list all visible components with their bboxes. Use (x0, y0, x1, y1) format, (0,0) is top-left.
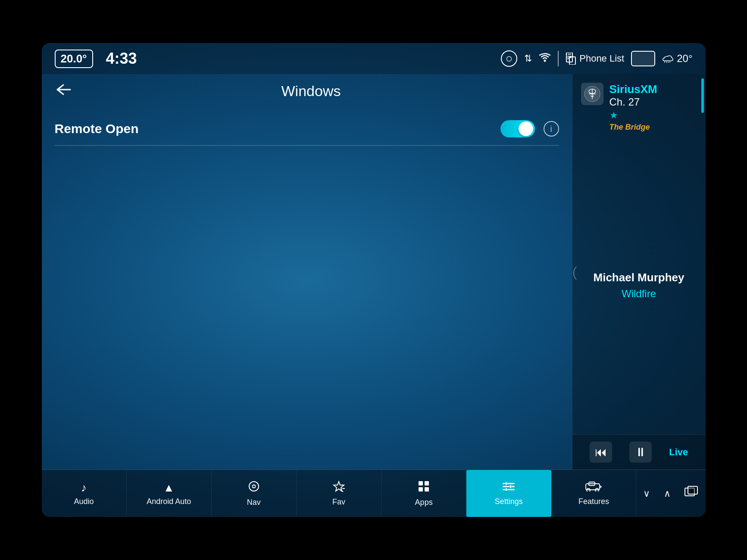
wifi-icon (539, 53, 551, 65)
scrollbar-thumb[interactable] (701, 78, 704, 113)
nav-map-icon (248, 480, 260, 495)
nav-item-features[interactable]: Features (551, 470, 636, 517)
tune-icon: ⇅ (524, 53, 532, 64)
screen-toggle-btn[interactable] (631, 51, 655, 66)
status-bar: 20.0° 4:33 ○ ⇅ (42, 43, 706, 74)
top-bar: Windows (55, 83, 559, 100)
nav-item-apps[interactable]: Apps (381, 470, 466, 517)
live-button[interactable]: Live (669, 447, 688, 458)
svg-point-0 (544, 60, 546, 62)
svg-rect-2 (568, 53, 571, 55)
weather-display: 20° (662, 53, 692, 65)
svg-rect-17 (419, 481, 423, 485)
clock-display: 4:33 (106, 50, 137, 68)
svg-rect-24 (505, 482, 507, 485)
svg-point-13 (252, 485, 255, 488)
nav-label: Nav (247, 498, 261, 507)
apps-icon (418, 480, 430, 495)
alexa-icon[interactable]: ○ (501, 50, 517, 67)
nav-item-android-auto[interactable]: ▲ Android Auto (127, 470, 212, 517)
svg-rect-26 (505, 488, 507, 491)
page-title: Windows (89, 83, 533, 100)
center-panel: Windows Remote Open i ( (42, 74, 572, 470)
phone-list-btn[interactable]: Phone List (566, 53, 624, 65)
favorite-star-icon[interactable]: ★ (609, 110, 697, 121)
sxm-channel: Ch. 27 (609, 96, 697, 108)
sxm-info: SiriusXM Ch. 27 ★ The Bridge (609, 83, 697, 132)
svg-rect-19 (419, 487, 423, 492)
features-label: Features (578, 497, 609, 506)
svg-rect-25 (509, 485, 512, 488)
divider (558, 51, 559, 66)
svg-rect-22 (503, 486, 515, 487)
fav-label: Fav (332, 498, 345, 507)
audio-icon: ♪ (81, 481, 87, 495)
audio-label: Audio (74, 497, 94, 506)
svg-rect-34 (688, 486, 697, 494)
nav-chevron-up[interactable]: ∧ (657, 470, 678, 517)
svg-marker-14 (334, 482, 344, 491)
nav-item-settings[interactable]: Settings (466, 470, 551, 517)
chevron-up-icon: ∧ (664, 488, 671, 499)
sxm-header: SiriusXM Ch. 27 ★ The Bridge (572, 74, 706, 136)
rewind-button[interactable]: ⏮ (590, 442, 612, 463)
windows-icon (684, 486, 698, 501)
bottom-navigation: ♪ Audio ▲ Android Auto Nav (42, 470, 706, 517)
playback-controls: ⏮ ⏸ Live (572, 434, 706, 470)
info-button[interactable]: i (544, 121, 559, 137)
weather-temp: 20° (677, 53, 692, 65)
chevron-down-icon: ∨ (643, 488, 650, 499)
svg-point-12 (249, 482, 259, 491)
siriusxm-panel: SiriusXM Ch. 27 ★ The Bridge Michael Mur… (572, 74, 706, 470)
now-playing-section: Michael Murphey Wildfire (572, 136, 706, 434)
features-icon (585, 481, 602, 495)
temperature-display: 20.0° (55, 50, 93, 68)
svg-rect-21 (503, 483, 515, 484)
android-auto-icon: ▲ (163, 481, 175, 495)
android-auto-label: Android Auto (147, 497, 191, 506)
main-area: Windows Remote Open i ( (42, 74, 706, 470)
phone-list-label: Phone List (579, 53, 624, 64)
nav-item-fav[interactable]: Fav (297, 470, 381, 517)
remote-open-label: Remote Open (55, 121, 500, 136)
toggle-container: i (500, 120, 559, 137)
status-icons-group: ○ ⇅ (501, 50, 692, 67)
settings-label: Settings (495, 497, 523, 506)
nav-item-nav[interactable]: Nav (212, 470, 297, 517)
song-name: Wildfire (622, 288, 656, 300)
nav-windows[interactable] (678, 470, 705, 517)
svg-rect-20 (425, 487, 429, 492)
sxm-logo-icon (581, 83, 603, 105)
settings-icon (503, 481, 515, 495)
sxm-service-name: SiriusXM (609, 83, 697, 96)
remote-open-toggle[interactable] (500, 120, 535, 137)
station-logo: The Bridge (609, 123, 697, 132)
artist-name: Michael Murphey (594, 271, 684, 284)
pause-button[interactable]: ⏸ (629, 442, 652, 463)
car-infotainment-screen: 20.0° 4:33 ○ ⇅ (42, 43, 706, 517)
nav-chevron-down[interactable]: ∨ (636, 470, 657, 517)
svg-rect-18 (425, 481, 429, 485)
apps-label: Apps (415, 498, 433, 507)
svg-rect-23 (503, 489, 515, 490)
remote-open-setting: Remote Open i (55, 112, 559, 146)
nav-item-audio[interactable]: ♪ Audio (42, 470, 127, 517)
back-button[interactable] (55, 83, 72, 100)
fav-icon (333, 481, 345, 495)
